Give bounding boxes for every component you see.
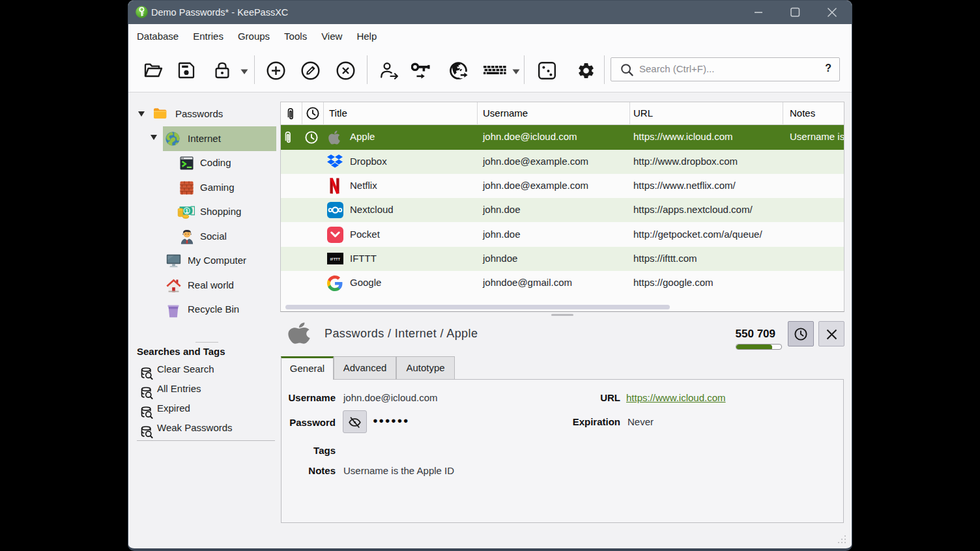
svg-text:IFTTT: IFTTT: [330, 257, 341, 261]
svg-text:1: 1: [185, 208, 188, 214]
